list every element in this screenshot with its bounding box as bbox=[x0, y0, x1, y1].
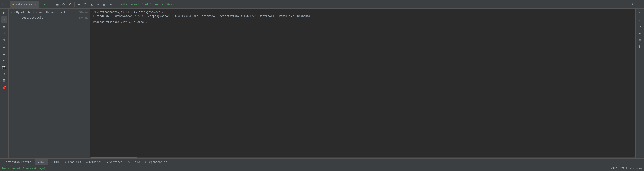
tab-services[interactable]: ☁ Services bbox=[104, 159, 124, 165]
sidebar-sort-icon[interactable]: ↕ bbox=[1, 30, 8, 36]
tab-problems[interactable]: ⊙ Problems bbox=[63, 159, 83, 165]
tab-build[interactable]: 🔨 Build bbox=[125, 159, 142, 165]
right-print-icon[interactable]: 🖨 bbox=[637, 37, 643, 43]
up-button[interactable]: ▲ bbox=[89, 1, 94, 7]
tab-run[interactable]: ▶ Run bbox=[36, 159, 48, 165]
services-icon: ☁ bbox=[106, 161, 108, 164]
status-bar: Tests passed: 1 (moments ago) CRLF UTF-8… bbox=[0, 166, 644, 171]
toolbar-divider-2 bbox=[74, 2, 75, 6]
output-content[interactable]: D:\Environments\jdk-11.0.0.1\bin\java.ex… bbox=[90, 8, 636, 157]
status-spaces[interactable]: 4 spaces bbox=[630, 167, 642, 170]
run-tab-label: Run bbox=[40, 161, 45, 164]
test-root-item[interactable]: ▼ ✓ MybatisTest (com.itheima.test) 576 m… bbox=[8, 9, 90, 15]
dependencies-label: Dependencies bbox=[148, 161, 168, 164]
mybatis-tab[interactable]: ◆ MybatisTest × bbox=[10, 1, 39, 8]
test-passed-badge: ✓ Tests passed: 1 of 1 test – 576 ms bbox=[116, 3, 175, 6]
right-unwrap-icon[interactable]: ↩ bbox=[637, 30, 643, 36]
filter-button[interactable]: ≡ bbox=[76, 1, 82, 7]
test-child-icon: ✓ bbox=[19, 16, 21, 19]
right-wrap-icon[interactable]: ↵ bbox=[637, 23, 643, 29]
left-sidebar: ▶ ✓ ■ ↕ ⇅ ≡ ≣ ⚙ 📷 ⬆ ☰ 📌 bbox=[0, 8, 8, 158]
status-right: CRLF UTF-8 4 spaces bbox=[611, 167, 642, 170]
more-button[interactable]: » bbox=[108, 1, 114, 7]
problems-icon: ⊙ bbox=[65, 161, 67, 164]
output-scrollbar[interactable] bbox=[90, 157, 636, 158]
rerun-failed-button[interactable]: ⟲ bbox=[67, 1, 73, 7]
sidebar-run-icon[interactable]: ▶ bbox=[1, 9, 8, 16]
right-down-icon[interactable]: ↓ bbox=[637, 16, 643, 23]
sidebar-camera-icon[interactable]: 📷 bbox=[1, 64, 8, 70]
todo-label: TODO bbox=[54, 161, 60, 164]
sidebar-stop-icon[interactable]: ■ bbox=[1, 23, 8, 29]
sidebar-filter2-icon[interactable]: ≣ bbox=[1, 50, 8, 57]
rerun-button[interactable]: ⟳ bbox=[61, 1, 67, 7]
run-tab-icon: ▶ bbox=[38, 161, 39, 164]
output-line-2: [Brand{id=1, brandName='三只松鼠', companyNa… bbox=[93, 14, 633, 18]
terminal-icon: ▭ bbox=[86, 161, 88, 164]
sidebar-import-icon[interactable]: ⬆ bbox=[1, 71, 8, 77]
test-root-name: MybatisTest (com.itheima.test) bbox=[16, 11, 65, 14]
tab-icon: ◆ bbox=[12, 2, 14, 6]
status-test-passed: Tests passed: 1 (moments ago) bbox=[2, 167, 45, 170]
main-toolbar: Run: ◆ MybatisTest × ▶ ✓ ■ ⟳ ⟲ ≡ ≣ ▲ ▼ ▦… bbox=[0, 0, 644, 8]
toolbar-divider-1 bbox=[40, 2, 40, 6]
output-line-1: D:\Environments\jdk-11.0.0.1\bin\java.ex… bbox=[93, 10, 633, 14]
dependencies-icon: ◈ bbox=[145, 161, 146, 164]
stop-button[interactable]: ■ bbox=[54, 1, 60, 7]
sidebar-pin-icon[interactable]: 📌 bbox=[1, 84, 8, 91]
check-button[interactable]: ✓ bbox=[48, 1, 54, 7]
tab-version-control[interactable]: ⎇ Version Control bbox=[2, 159, 35, 165]
sidebar-sort2-icon[interactable]: ⇅ bbox=[1, 37, 8, 43]
status-crlf[interactable]: CRLF bbox=[611, 167, 617, 170]
run-label: Run: bbox=[2, 2, 9, 6]
tab-dependencies[interactable]: ◈ Dependencies bbox=[143, 159, 170, 165]
services-label: Services bbox=[109, 161, 122, 164]
run-button[interactable]: ▶ bbox=[42, 1, 48, 7]
sidebar-list-icon[interactable]: ☰ bbox=[1, 77, 8, 84]
scrollbar-thumb[interactable] bbox=[91, 157, 136, 158]
expand-arrow-root: ▼ bbox=[10, 11, 13, 13]
sidebar-check-icon[interactable]: ✓ bbox=[1, 16, 8, 23]
version-control-icon: ⎇ bbox=[4, 161, 7, 164]
filter2-button[interactable]: ≣ bbox=[82, 1, 88, 7]
output-line-4: Process finished with exit code 0 bbox=[93, 20, 633, 24]
sidebar-gear-icon[interactable]: ⚙ bbox=[1, 57, 8, 63]
bottom-toolbar: ⎇ Version Control ▶ Run ☰ TODO ⊙ Problem… bbox=[0, 158, 644, 166]
right-up-icon[interactable]: ↑ bbox=[637, 9, 643, 16]
build-label: Build bbox=[132, 161, 140, 164]
test-child-name: testSelectAll bbox=[22, 16, 43, 19]
tab-todo[interactable]: ☰ TODO bbox=[48, 159, 62, 165]
test-child-time: 576 ms bbox=[79, 16, 88, 19]
output-panel: D:\Environments\jdk-11.0.0.1\bin\java.ex… bbox=[90, 8, 636, 158]
terminal-label: Terminal bbox=[89, 161, 102, 164]
test-panel: ▼ ✓ MybatisTest (com.itheima.test) 576 m… bbox=[8, 8, 90, 158]
down-button[interactable]: ▼ bbox=[95, 1, 101, 7]
test-passed-text: Tests passed: 1 of 1 test – 576 ms bbox=[119, 3, 175, 6]
problems-label: Problems bbox=[68, 161, 81, 164]
tab-label: MybatisTest bbox=[16, 3, 34, 6]
chart-button[interactable]: ▦ bbox=[102, 1, 107, 7]
test-root-time: 576 ms bbox=[79, 11, 88, 14]
test-root-icon: ✓ bbox=[14, 11, 15, 14]
test-child-item[interactable]: ✓ testSelectAll 576 ms bbox=[8, 15, 90, 20]
todo-icon: ☰ bbox=[50, 161, 53, 164]
settings-button[interactable]: ⚙ bbox=[630, 1, 636, 7]
status-encoding[interactable]: UTF-8 bbox=[620, 167, 628, 170]
build-icon: 🔨 bbox=[128, 161, 131, 164]
passed-check-icon: ✓ bbox=[116, 3, 118, 6]
output-line-3 bbox=[93, 18, 633, 20]
tab-terminal[interactable]: ▭ Terminal bbox=[84, 159, 104, 165]
test-tree: ▼ ✓ MybatisTest (com.itheima.test) 576 m… bbox=[8, 8, 90, 158]
main-area: ▶ ✓ ■ ↕ ⇅ ≡ ≣ ⚙ 📷 ⬆ ☰ 📌 ▼ ✓ MybatisTest … bbox=[0, 8, 644, 158]
version-control-label: Version Control bbox=[8, 161, 33, 164]
minimize-button[interactable]: — bbox=[636, 1, 642, 7]
right-delete-icon[interactable]: 🗑 bbox=[637, 43, 643, 50]
right-sidebar: ↑ ↓ ↵ ↩ 🖨 🗑 bbox=[636, 8, 644, 158]
sidebar-filter-icon[interactable]: ≡ bbox=[1, 43, 8, 50]
tab-close-button[interactable]: × bbox=[35, 3, 37, 6]
toolbar-right: ⚙ — bbox=[630, 1, 642, 7]
